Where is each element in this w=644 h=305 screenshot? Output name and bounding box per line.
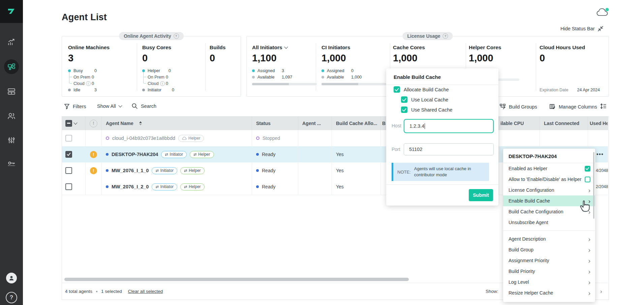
chevron-right-icon [588,279,590,285]
allocate-build-cache-checkbox[interactable]: Allocate Build Cache [394,86,449,93]
dot-separator: ● [96,289,98,293]
ci-initiators-legend: Assigned 0 Available 1,000 [321,67,386,85]
menu-item-license-configuration[interactable]: License Configuration [503,185,595,195]
select-menu-chevron[interactable] [73,121,77,124]
chevron-down-icon [118,103,122,107]
context-menu-title: DESKTOP-7HAK204 [503,149,595,163]
clear-all-selected-link[interactable]: Clear all selected [128,289,163,294]
help-info-icon[interactable] [174,33,179,39]
agent-context-menu: DESKTOP-7HAK204 Enabled as Helper Allow … [503,149,595,302]
sidebar-item-license[interactable] [4,156,19,171]
table-row[interactable]: cloud_i-04b92c073e1a8bbdd Helper Stopped [62,130,608,147]
checkbox-unchecked-icon[interactable] [585,177,590,182]
status-text: Ready [262,152,275,157]
menu-item-unsubscribe-agent[interactable]: Unsubscribe Agent [503,217,595,228]
swap-arrows-icon: ⇄ [184,185,187,189]
menu-item-resize-helper-cache[interactable]: Resize Helper Cache [503,287,595,298]
app-logo[interactable] [0,0,23,23]
settings-sliders-icon [7,136,16,145]
menu-item-assignment-priority[interactable]: Assignment Priority [503,255,595,266]
search-button[interactable]: Search [131,103,156,109]
users-icon [7,112,16,120]
filter-funnel-icon [64,103,70,109]
all-initiators-dropdown[interactable] [284,45,288,49]
row-checkbox[interactable] [65,151,72,158]
warning-icon[interactable] [90,151,97,158]
build-cache-value: Yes [336,152,344,157]
text-caret [425,123,425,129]
initiator-icon: ⇄ [155,185,158,189]
pagination-next-button[interactable]: › [600,288,602,295]
sidebar-item-agents[interactable] [4,59,19,74]
header-agent-name[interactable]: Agent Name [102,117,252,130]
initiator-badge: ⇄Initiator [152,167,177,174]
mouse-cursor-hand [579,200,590,213]
sidebar-item-dashboard[interactable] [4,84,19,99]
use-local-cache-checkbox[interactable]: Use Local Cache [401,96,448,103]
cloud-info-icon[interactable] [160,81,165,86]
online-agent-activity-card: Online Agent Activity Online Machines 3 … [62,36,241,97]
menu-item-build-priority[interactable]: Build Priority [503,266,595,277]
dialog-title: Enable Build Cache [394,74,441,80]
manage-columns-button[interactable]: Manage Columns [549,103,597,110]
port-value: 51102 [409,147,422,152]
menu-item-allow-enable-disable[interactable]: Allow to 'Enable/Disable' as Helper [503,174,595,185]
initiator-icon: ⇄ [155,169,158,173]
build-cache-value: Yes [336,168,344,173]
chevron-right-icon [588,290,590,296]
sidebar-item-users[interactable] [4,109,19,123]
builds-metric: Builds 0 [210,44,225,64]
menu-item-agent-description[interactable]: Agent Description [503,234,595,244]
online-agent-activity-pill: Online Agent Activity [119,32,184,40]
busy-cores-legend: Helper 0 On Prem 0 Cloud 0 Initiator 0 [142,67,174,93]
swap-arrows-icon: ⇄ [193,152,196,157]
helper-badge: ⇄Helper [180,167,205,174]
warning-icon[interactable] [90,167,97,174]
sidebar-item-analytics[interactable] [4,35,19,50]
row-height-button[interactable] [600,103,607,110]
selected-count: 1 selected [101,289,122,294]
use-shared-cache-checkbox[interactable]: Use Shared Cache [401,106,453,113]
table-header-row: Agent Name Status Agent ... Build Cache … [62,117,608,130]
row-checkbox[interactable] [65,135,72,142]
filters-button[interactable]: Filters [64,103,86,109]
chevron-right-icon [588,236,590,242]
initiator-badge: ⇄Initiator [152,183,177,190]
row-checkbox[interactable] [65,183,72,190]
idle-dot [68,89,71,91]
cloud-info-icon[interactable] [86,81,91,86]
show-all-dropdown[interactable]: Show All [97,103,122,109]
sort-icon[interactable] [139,121,142,125]
sidebar-item-settings[interactable] [4,133,19,148]
user-avatar[interactable] [6,273,17,283]
menu-item-enabled-as-helper[interactable]: Enabled as Helper [503,163,595,174]
expiration-date: Expiration Date 24 Apr 2024 [540,88,600,92]
license-usage-pill: License Usage [402,32,453,40]
agent-name: cloud_i-04b92c073e1a8bbdd [112,135,175,141]
submit-button[interactable]: Submit [469,189,493,201]
chevron-right-icon [588,257,590,264]
build-cache-value: Yes [336,184,344,189]
show-label: Show: [486,289,498,294]
menu-scrollbar[interactable] [593,152,594,219]
hide-status-bar-button[interactable]: Hide Status Bar [560,26,604,32]
builds-value: 0 [210,53,225,64]
select-all-checkbox[interactable] [65,120,72,127]
help-info-icon[interactable] [443,33,448,39]
cloud-hours-label: Cloud Hours Used [540,44,585,51]
checkbox-checked-icon[interactable] [585,166,590,172]
build-groups-button[interactable]: Build Groups [499,103,537,110]
port-label: Port [392,147,400,152]
host-input[interactable]: 1.2.3.4 [404,119,494,133]
horizontal-scrollbar[interactable] [64,278,409,281]
port-input[interactable]: 51102 [404,143,494,155]
help-button[interactable] [6,292,17,303]
cloud-status-icon [596,7,610,18]
menu-item-build-group[interactable]: Build Group [503,244,595,255]
row-checkbox[interactable] [65,167,72,174]
menu-item-log-level[interactable]: Log Level [503,277,595,287]
cloud-status-button[interactable] [596,7,610,20]
status-dot [256,169,259,172]
agents-icon [7,62,16,71]
status-dot [256,136,259,140]
